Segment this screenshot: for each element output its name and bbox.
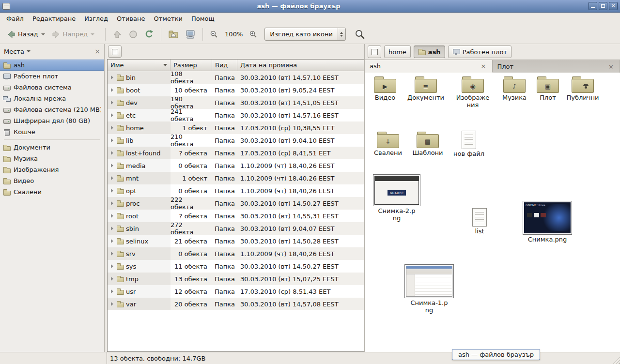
computer-button[interactable] <box>183 28 198 41</box>
tab-close-icon[interactable]: × <box>480 63 487 69</box>
menu-item[interactable]: Изглед <box>80 13 112 25</box>
up-button[interactable] <box>110 28 124 41</box>
expander-icon[interactable] <box>111 201 113 205</box>
table-row[interactable]: selinux 21 обекта Папка 30.03.2010 (вт) … <box>108 235 364 247</box>
table-row[interactable]: media 0 обекта Папка 1.10.2009 (чт) 18,4… <box>108 159 364 172</box>
breadcrumb-desktop[interactable]: Работен плот <box>448 46 512 58</box>
expander-icon[interactable] <box>111 214 113 218</box>
table-row[interactable]: sbin 272 обекта Папка 30.03.2010 (вт) 9,… <box>108 222 364 235</box>
expander-icon[interactable] <box>111 164 113 167</box>
titlebar[interactable]: ash — файлов браузър × <box>0 0 620 13</box>
expander-icon[interactable] <box>111 151 113 155</box>
table-row[interactable]: srv 0 обекта Папка 1.10.2009 (чт) 18,40,… <box>108 247 364 260</box>
forward-button[interactable]: Напред <box>49 28 97 41</box>
sidebar-item[interactable]: ash <box>0 60 104 71</box>
maximize-button[interactable] <box>599 2 607 10</box>
file-snimka1[interactable]: Снимка-1.png <box>404 264 454 314</box>
menu-item[interactable]: Отметки <box>149 13 186 25</box>
close-button[interactable]: × <box>609 2 618 10</box>
sidebar-item[interactable]: Документи <box>0 142 104 153</box>
expander-icon[interactable] <box>111 227 113 230</box>
table-row[interactable]: etc 241 обекта Папка 30.03.2010 (вт) 14,… <box>108 109 364 121</box>
table-row[interactable]: bin 108 обекта Папка 30.03.2010 (вт) 14,… <box>108 71 364 84</box>
expander-icon[interactable] <box>111 113 113 117</box>
breadcrumb-current[interactable]: ash <box>414 46 445 58</box>
breadcrumb-home[interactable]: home <box>384 46 411 58</box>
expander-icon[interactable] <box>111 76 113 79</box>
sidebar-title[interactable]: Места <box>4 48 24 55</box>
sidebar-item[interactable]: Кошче <box>0 126 104 137</box>
minimize-button[interactable] <box>589 2 597 10</box>
chevron-down-icon[interactable] <box>27 50 31 52</box>
menu-item[interactable]: Редактиране <box>28 13 80 25</box>
view-mode-select[interactable]: Изглед като икони <box>264 28 346 41</box>
folder-video[interactable]: ▶ Видео <box>365 76 405 102</box>
resize-grip[interactable] <box>613 357 620 364</box>
expander-icon[interactable] <box>111 88 113 92</box>
back-dropdown-icon[interactable] <box>41 33 45 35</box>
reload-button[interactable] <box>142 28 156 41</box>
expander-icon[interactable] <box>111 277 113 281</box>
expander-icon[interactable] <box>111 289 113 293</box>
sidebar-item[interactable]: Локална мрежа <box>0 93 104 104</box>
tab-plot[interactable]: Плот × <box>493 60 620 73</box>
pane-toggle-button[interactable] <box>108 46 122 58</box>
back-button[interactable]: Назад <box>4 28 47 41</box>
table-row[interactable]: boot 10 обекта Папка 30.03.2010 (вт) 9,0… <box>108 84 364 96</box>
sidebar-item[interactable]: Музика <box>0 153 104 164</box>
sidebar-item[interactable]: Файлова система (210 MB) <box>0 104 104 115</box>
zoom-in-button[interactable] <box>247 29 260 40</box>
expander-icon[interactable] <box>111 101 113 105</box>
table-row[interactable]: sys 11 обекта Папка 30.03.2010 (вт) 14,5… <box>108 260 364 273</box>
table-row[interactable]: home 1 обект Папка 17.03.2010 (ср) 10,38… <box>108 121 364 134</box>
folder-images[interactable]: ◉ Изображения <box>452 76 493 109</box>
table-row[interactable]: var 20 обекта Папка 30.03.2010 (вт) 14,5… <box>108 298 364 310</box>
table-row[interactable]: lib 210 обекта Папка 30.03.2010 (вт) 9,0… <box>108 134 364 147</box>
home-button[interactable] <box>166 28 181 41</box>
sidebar-close-icon[interactable]: × <box>94 48 100 55</box>
table-row[interactable]: proc 222 обекта Папка 30.03.2010 (вт) 14… <box>108 197 364 210</box>
table-row[interactable]: mnt 1 обект Папка 1.10.2009 (чт) 18,40,2… <box>108 172 364 184</box>
expander-icon[interactable] <box>111 176 113 180</box>
folder-templates[interactable]: ▤ Шаблони <box>407 132 448 157</box>
expander-icon[interactable] <box>111 126 113 130</box>
table-row[interactable]: dev 190 обекта Папка 30.03.2010 (вт) 14,… <box>108 96 364 109</box>
menu-item[interactable]: Отиване <box>112 13 149 25</box>
stop-button[interactable] <box>126 28 140 41</box>
expander-icon[interactable] <box>111 189 113 193</box>
column-header-name[interactable]: Име <box>108 60 170 71</box>
column-header-date[interactable]: Дата на промяна <box>237 60 364 71</box>
expander-icon[interactable] <box>111 264 113 268</box>
combo-spinner-icon[interactable] <box>338 28 345 40</box>
file-snimka2[interactable]: GUADEC Снимка-2.png <box>372 174 422 222</box>
sidebar-item[interactable]: Работен плот <box>0 71 104 82</box>
pathbar-root-button[interactable] <box>368 46 381 58</box>
expander-icon[interactable] <box>111 138 113 142</box>
menu-item[interactable]: Файл <box>2 13 28 25</box>
expander-icon[interactable] <box>111 302 113 306</box>
folder-documents[interactable]: ≡ Документи <box>405 76 446 102</box>
sidebar-item[interactable]: Видео <box>0 175 104 186</box>
file-new[interactable]: нов файл <box>449 131 489 158</box>
sidebar-item[interactable]: Файлова система <box>0 82 104 93</box>
table-row[interactable]: opt 0 обекта Папка 1.10.2009 (чт) 18,40,… <box>108 184 364 197</box>
sidebar-item[interactable]: Шифриран дял (80 GB) <box>0 115 104 126</box>
folder-downloads[interactable]: ↓ Свалени <box>368 132 408 157</box>
sidebar-item[interactable]: Изображения <box>0 164 104 175</box>
folder-public[interactable]: Публични <box>562 76 603 102</box>
icon-view[interactable]: ▶ Видео ≡ Документи ◉ Изображения ♪ Музи… <box>365 73 620 352</box>
table-row[interactable]: usr 12 обекта Папка 17.03.2010 (ср) 8,51… <box>108 285 364 298</box>
tab-ash[interactable]: ash × <box>365 60 493 73</box>
column-header-size[interactable]: Размер <box>170 60 212 71</box>
expander-icon[interactable] <box>111 252 113 256</box>
menu-item[interactable]: Помощ <box>187 13 219 25</box>
tab-close-icon[interactable]: × <box>607 63 615 70</box>
column-header-type[interactable]: Вид <box>212 60 237 71</box>
zoom-out-button[interactable] <box>207 29 221 40</box>
expander-icon[interactable] <box>111 239 113 243</box>
search-button[interactable] <box>352 28 368 41</box>
table-row[interactable]: lost+found ? обекта Папка 17.03.2010 (ср… <box>108 147 364 159</box>
table-row[interactable]: root ? обекта Папка 30.03.2010 (вт) 14,5… <box>108 210 364 222</box>
table-row[interactable]: tmp 13 обекта Папка 30.03.2010 (вт) 15,0… <box>108 273 364 285</box>
file-list[interactable]: list <box>459 208 500 235</box>
